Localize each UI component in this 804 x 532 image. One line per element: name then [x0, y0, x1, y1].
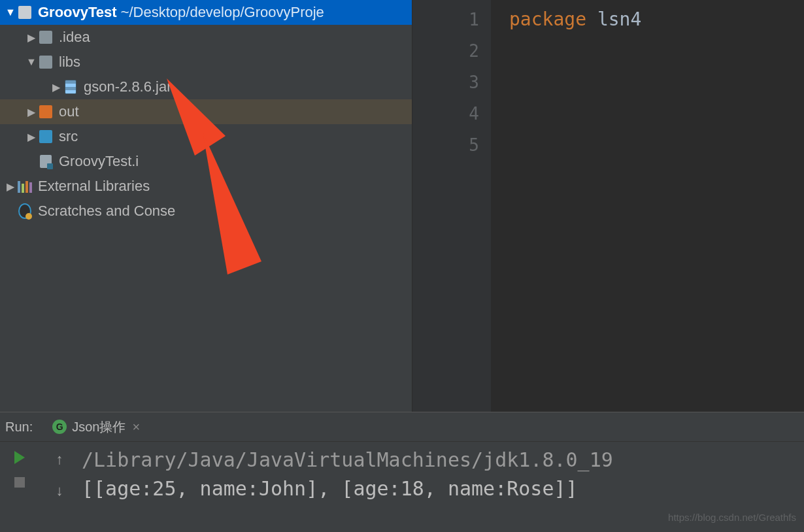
run-output[interactable]: /Library/Java/JavaVirtualMachines/jdk1.8…: [79, 442, 804, 532]
chevron-down-icon: ▼: [5, 7, 16, 18]
chevron-right-icon: ▶: [26, 131, 37, 143]
run-header: Run: G Json操作 ×: [0, 412, 804, 442]
project-tree[interactable]: ▼ GroovyTest ~/Desktop/develop/GroovyPro…: [0, 0, 412, 412]
tree-node-libs[interactable]: ▼ libs: [0, 50, 412, 75]
stop-button[interactable]: [14, 477, 25, 488]
chevron-down-icon: ▼: [26, 56, 37, 68]
tree-node-scratches[interactable]: Scratches and Conse: [0, 199, 412, 224]
editor-content[interactable]: package lsn4: [491, 0, 804, 412]
editor-gutter: 1 2 3 4 5: [412, 0, 491, 412]
tree-node-out[interactable]: ▶ out: [0, 99, 412, 124]
node-label: out: [59, 103, 79, 120]
scratches-icon: [18, 205, 31, 218]
folder-icon: [39, 56, 52, 69]
tree-node-external-libraries[interactable]: ▶ External Libraries: [0, 174, 412, 199]
root-path: ~/Desktop/develop/GroovyProje: [121, 4, 324, 21]
node-label: gson-2.8.6.jar: [84, 78, 172, 95]
run-nav: ↑ ↓: [39, 442, 79, 532]
node-label: External Libraries: [38, 178, 150, 195]
folder-icon: [39, 31, 52, 44]
output-line-2: [[age:25, name:John], [age:18, name:Rose…: [82, 474, 804, 503]
arrow-down-icon[interactable]: ↓: [56, 482, 63, 499]
code-editor[interactable]: 1 2 3 4 5 package lsn4: [412, 0, 804, 412]
output-line-1: /Library/Java/JavaVirtualMachines/jdk1.8…: [82, 446, 804, 474]
chevron-right-icon: ▶: [51, 81, 61, 93]
node-label: GroovyTest.i: [59, 153, 139, 170]
line-number: 1: [412, 4, 491, 35]
chevron-right-icon: ▶: [26, 106, 37, 118]
line-number: 5: [412, 129, 491, 161]
run-tab-title[interactable]: Json操作: [72, 418, 126, 436]
jar-icon: [64, 80, 77, 93]
node-label: .idea: [59, 29, 90, 46]
chevron-right-icon: ▶: [5, 180, 16, 193]
tree-node-src[interactable]: ▶ src: [0, 124, 412, 149]
node-label: src: [59, 128, 78, 145]
chevron-right-icon: ▶: [26, 31, 37, 44]
run-controls: [0, 442, 39, 532]
tree-node-gson-jar[interactable]: ▶ gson-2.8.6.jar: [0, 75, 412, 99]
folder-src-icon: [39, 130, 52, 143]
line-number: 3: [412, 67, 491, 98]
package-name: lsn4: [597, 8, 641, 30]
folder-out-icon: [39, 105, 52, 118]
line-number: 2: [412, 35, 491, 67]
rerun-button[interactable]: [14, 451, 25, 464]
library-icon: [18, 180, 31, 193]
iml-file-icon: [39, 155, 52, 168]
groovy-icon: G: [52, 420, 67, 434]
run-label: Run:: [5, 420, 33, 435]
run-tool-window[interactable]: Run: G Json操作 × ↑ ↓ /Library/Java/JavaVi…: [0, 412, 804, 532]
tree-node-iml[interactable]: GroovyTest.i: [0, 149, 412, 174]
node-label: libs: [59, 54, 80, 71]
arrow-up-icon[interactable]: ↑: [56, 451, 63, 468]
keyword-package: package: [509, 8, 586, 30]
root-name: GroovyTest: [38, 4, 117, 21]
line-number: 4: [412, 98, 491, 129]
close-icon[interactable]: ×: [133, 420, 141, 435]
module-folder-icon: [18, 6, 31, 19]
watermark: https://blog.csdn.net/Greathfs: [668, 503, 796, 532]
node-label: Scratches and Conse: [38, 203, 175, 220]
tree-node-idea[interactable]: ▶ .idea: [0, 25, 412, 50]
tree-root[interactable]: ▼ GroovyTest ~/Desktop/develop/GroovyPro…: [0, 0, 412, 25]
